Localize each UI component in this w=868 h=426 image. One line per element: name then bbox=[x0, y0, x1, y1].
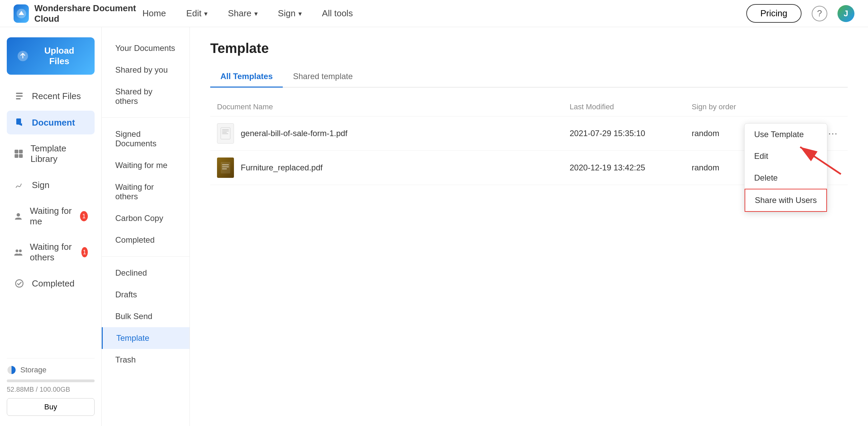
svg-rect-9 bbox=[19, 150, 23, 153]
mid-divider-2 bbox=[102, 256, 190, 257]
doc-name-2: Furniture_replaced.pdf bbox=[241, 163, 322, 172]
context-menu-delete[interactable]: Delete bbox=[745, 167, 827, 189]
mid-completed[interactable]: Completed bbox=[102, 229, 190, 251]
nav-sign[interactable]: Sign ▾ bbox=[278, 8, 302, 19]
mid-carbon-copy[interactable]: Carbon Copy bbox=[102, 207, 190, 229]
share-chevron-icon: ▾ bbox=[254, 10, 258, 18]
context-menu-edit[interactable]: Edit bbox=[745, 145, 827, 167]
nav-links: Home Edit ▾ Share ▾ Sign ▾ All tools bbox=[142, 8, 746, 19]
sidebar-item-sign[interactable]: Sign bbox=[7, 173, 95, 197]
svg-rect-23 bbox=[221, 162, 230, 173]
svg-point-13 bbox=[16, 249, 18, 252]
mid-template[interactable]: Template bbox=[102, 327, 190, 349]
recent-files-icon bbox=[14, 90, 25, 102]
storage-pie-icon bbox=[7, 365, 16, 375]
context-menu-share-with-users[interactable]: Share with Users bbox=[745, 189, 827, 212]
table-header: Document Name Last Modified Sign by orde… bbox=[210, 98, 848, 116]
mid-your-documents[interactable]: Your Documents bbox=[102, 37, 190, 59]
sidebar-item-recent-files[interactable]: Recent Files bbox=[7, 84, 95, 108]
doc-info-2: Furniture_replaced.pdf bbox=[217, 158, 570, 178]
svg-rect-26 bbox=[222, 168, 227, 169]
context-menu-use-template[interactable]: Use Template bbox=[745, 124, 827, 145]
waiting-for-me-badge: 1 bbox=[80, 211, 88, 221]
avatar[interactable]: J bbox=[837, 5, 854, 22]
mid-declined[interactable]: Declined bbox=[102, 262, 190, 284]
nav-right: Pricing ? J bbox=[746, 4, 854, 23]
top-nav: Wondershare Document Cloud Home Edit ▾ S… bbox=[0, 0, 868, 27]
mid-drafts[interactable]: Drafts bbox=[102, 284, 190, 305]
svg-rect-2 bbox=[16, 93, 23, 94]
help-icon[interactable]: ? bbox=[812, 6, 827, 21]
context-menu: Use Template Edit Delete Share with User… bbox=[744, 123, 827, 212]
app-name: Wondershare Document Cloud bbox=[34, 3, 142, 24]
nav-edit[interactable]: Edit ▾ bbox=[186, 8, 208, 19]
mid-waiting-for-others[interactable]: Waiting for others bbox=[102, 176, 190, 207]
pricing-button[interactable]: Pricing bbox=[746, 4, 802, 23]
svg-rect-3 bbox=[16, 95, 23, 97]
nav-share[interactable]: Share ▾ bbox=[228, 8, 257, 19]
doc-name-1: general-bill-of-sale-form-1.pdf bbox=[241, 129, 348, 138]
col-actions bbox=[814, 103, 841, 111]
svg-rect-19 bbox=[222, 131, 229, 131]
storage-text: 52.88MB / 100.00GB bbox=[7, 386, 95, 393]
sidebar-item-document[interactable]: Document bbox=[7, 111, 95, 134]
mid-shared-by-others[interactable]: Shared by others bbox=[102, 81, 190, 112]
svg-rect-8 bbox=[15, 150, 18, 153]
mid-shared-by-you[interactable]: Shared by you bbox=[102, 59, 190, 81]
svg-rect-18 bbox=[222, 129, 229, 130]
col-last-modified: Last Modified bbox=[570, 103, 692, 111]
doc-info-1: general-bill-of-sale-form-1.pdf bbox=[217, 123, 570, 144]
tabs: All Templates Shared template bbox=[210, 66, 848, 88]
sign-chevron-icon: ▾ bbox=[298, 10, 302, 18]
col-sign-by-order: Sign by order bbox=[692, 103, 814, 111]
logo-area: Wondershare Document Cloud bbox=[14, 3, 142, 24]
sidebar-item-template-library[interactable]: Template Library bbox=[7, 137, 95, 170]
logo-icon bbox=[14, 4, 29, 23]
mid-sidebar: Your Documents Shared by you Shared by o… bbox=[102, 27, 190, 426]
col-doc-name: Document Name bbox=[217, 103, 570, 111]
nav-all-tools[interactable]: All tools bbox=[322, 8, 353, 19]
storage-bar bbox=[7, 379, 95, 382]
svg-rect-11 bbox=[19, 154, 23, 158]
mid-signed-documents[interactable]: Signed Documents bbox=[102, 123, 190, 154]
upload-button[interactable]: Upload Files bbox=[7, 37, 95, 75]
mid-trash[interactable]: Trash bbox=[102, 349, 190, 371]
svg-rect-25 bbox=[222, 166, 229, 167]
buy-button[interactable]: Buy bbox=[7, 398, 95, 416]
left-sidebar: Upload Files Recent Files Document Templ… bbox=[0, 27, 102, 426]
svg-rect-20 bbox=[222, 132, 227, 133]
sign-icon bbox=[14, 179, 25, 191]
svg-point-12 bbox=[17, 213, 20, 217]
main-content: Template All Templates Shared template D… bbox=[190, 27, 868, 426]
edit-chevron-icon: ▾ bbox=[204, 10, 208, 18]
table-row: general-bill-of-sale-form-1.pdf 2021-07-… bbox=[210, 116, 848, 151]
sidebar-item-completed[interactable]: Completed bbox=[7, 272, 95, 295]
svg-rect-4 bbox=[16, 98, 21, 99]
doc-modified-1: 2021-07-29 15:35:10 bbox=[570, 129, 692, 138]
tab-shared-template[interactable]: Shared template bbox=[283, 66, 363, 88]
svg-rect-7 bbox=[18, 121, 20, 122]
document-icon bbox=[14, 117, 25, 128]
storage-section: Storage 52.88MB / 100.00GB Buy bbox=[7, 358, 95, 416]
mid-divider-1 bbox=[102, 117, 190, 118]
mid-bulk-send[interactable]: Bulk Send bbox=[102, 305, 190, 327]
upload-icon bbox=[17, 50, 29, 62]
sidebar-item-waiting-for-others[interactable]: Waiting for others 1 bbox=[7, 236, 95, 269]
waiting-me-icon bbox=[14, 210, 23, 222]
completed-icon bbox=[14, 278, 25, 289]
page-title: Template bbox=[210, 41, 848, 56]
nav-home[interactable]: Home bbox=[142, 8, 166, 19]
storage-label: Storage bbox=[7, 365, 95, 375]
svg-point-14 bbox=[19, 249, 22, 252]
waiting-for-others-badge: 1 bbox=[81, 247, 88, 257]
svg-rect-6 bbox=[18, 120, 20, 121]
tab-all-templates[interactable]: All Templates bbox=[210, 66, 283, 88]
svg-rect-21 bbox=[222, 133, 228, 134]
mid-waiting-for-me[interactable]: Waiting for me bbox=[102, 154, 190, 176]
waiting-others-icon bbox=[14, 246, 23, 258]
template-library-icon bbox=[14, 148, 24, 160]
svg-point-15 bbox=[16, 280, 23, 287]
doc-modified-2: 2020-12-19 13:42:25 bbox=[570, 163, 692, 172]
sidebar-item-waiting-for-me[interactable]: Waiting for me 1 bbox=[7, 200, 95, 233]
main-layout: Upload Files Recent Files Document Templ… bbox=[0, 27, 868, 426]
